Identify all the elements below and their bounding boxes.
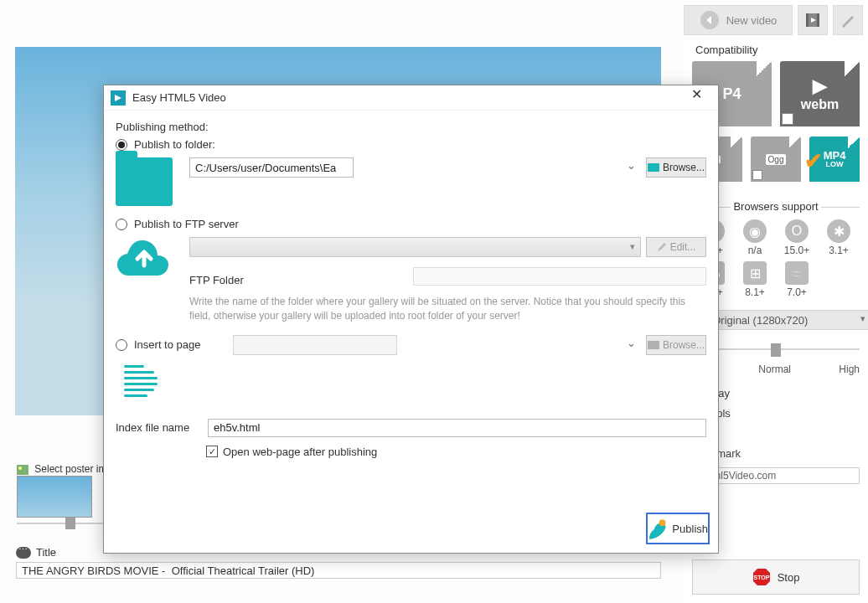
dialog-titlebar: Easy HTML5 Video ✕ <box>104 85 718 111</box>
back-arrow-icon <box>700 10 720 30</box>
format-webm[interactable]: ▶webm <box>780 61 860 126</box>
edit-ftp-button[interactable]: Edit... <box>646 237 706 257</box>
slider-thumb[interactable] <box>65 518 75 529</box>
resolution-select[interactable] <box>706 310 868 330</box>
speech-icon <box>16 547 31 559</box>
svg-rect-0 <box>17 465 28 475</box>
folder-path-combo[interactable] <box>189 157 354 178</box>
format-ogg-checkbox[interactable] <box>752 170 762 180</box>
publishing-method-label: Publishing method: <box>116 121 706 133</box>
folder-mini-icon <box>648 341 659 349</box>
svg-rect-5 <box>817 13 819 27</box>
format-mp4low[interactable]: ✔ MP4LOW <box>809 137 860 182</box>
safari-icon: ✱ <box>827 219 850 243</box>
options-list: oplay ntrols p termark <box>704 384 860 464</box>
browse-page-button[interactable]: Browse... <box>646 335 706 355</box>
film-icon <box>804 12 821 28</box>
firefox-icon: ◉ <box>743 219 767 243</box>
ftp-help-text: Write the name of the folder where your … <box>189 295 706 323</box>
wand-icon-button[interactable] <box>833 5 863 35</box>
page-lines-icon <box>116 362 158 400</box>
publish-icon <box>648 516 669 541</box>
select-poster-label: Select poster im <box>17 463 106 475</box>
index-file-label: Index file name <box>116 421 194 434</box>
watermark-input[interactable] <box>704 467 860 484</box>
checkbox-icon: ✓ <box>206 446 218 457</box>
radio-icon <box>116 219 127 230</box>
new-video-button[interactable]: New video <box>684 5 793 35</box>
close-button[interactable]: ✕ <box>681 86 711 110</box>
cloud-upload-icon <box>116 237 173 286</box>
poster-thumbnail[interactable] <box>17 476 92 518</box>
film-icon-button[interactable] <box>798 5 828 35</box>
svg-point-1 <box>18 466 22 470</box>
radio-icon <box>116 139 127 151</box>
radio-icon <box>116 339 127 351</box>
main-window: Select poster im Title New video Compati… <box>0 0 868 603</box>
title-input[interactable] <box>16 562 661 579</box>
insert-page-combo[interactable] <box>233 335 397 355</box>
pencil-icon <box>657 242 667 252</box>
publish-button[interactable]: Publish <box>646 513 710 544</box>
wand-icon <box>840 12 856 28</box>
windows-icon: ⊞ <box>743 261 767 285</box>
dialog-title: Easy HTML5 Video <box>132 91 681 104</box>
stop-button[interactable]: STOP Stop <box>692 559 860 595</box>
stop-icon: STOP <box>752 568 771 586</box>
blackberry-icon: ::: <box>785 261 809 285</box>
ftp-folder-input[interactable] <box>413 267 706 286</box>
insert-page-radio[interactable]: Insert to page Browse... <box>116 335 706 355</box>
publish-ftp-radio[interactable]: Publish to FTP server <box>116 218 706 230</box>
browse-folder-button[interactable]: Browse... <box>646 157 706 178</box>
ftp-server-combo[interactable] <box>189 237 641 257</box>
check-icon: ✔ <box>804 148 823 174</box>
opera-icon: O <box>785 219 809 243</box>
format-ogg[interactable]: Ogg <box>751 137 801 182</box>
publish-dialog: Easy HTML5 Video ✕ Publishing method: Pu… <box>103 85 719 554</box>
folder-mini-icon <box>648 163 659 172</box>
index-file-input[interactable] <box>208 419 706 437</box>
app-icon <box>111 90 126 106</box>
compatibility-label: Compatibility <box>695 44 868 56</box>
svg-text:STOP: STOP <box>753 575 769 580</box>
publish-folder-radio[interactable]: Publish to folder: <box>116 138 706 151</box>
ftp-folder-label: FTP Folder <box>189 274 244 286</box>
open-after-checkbox[interactable]: ✓ Open web-page after publishing <box>206 446 706 458</box>
svg-rect-4 <box>806 13 809 27</box>
format-webm-checkbox[interactable] <box>782 113 793 125</box>
folder-icon <box>116 157 173 206</box>
svg-point-9 <box>659 519 666 526</box>
